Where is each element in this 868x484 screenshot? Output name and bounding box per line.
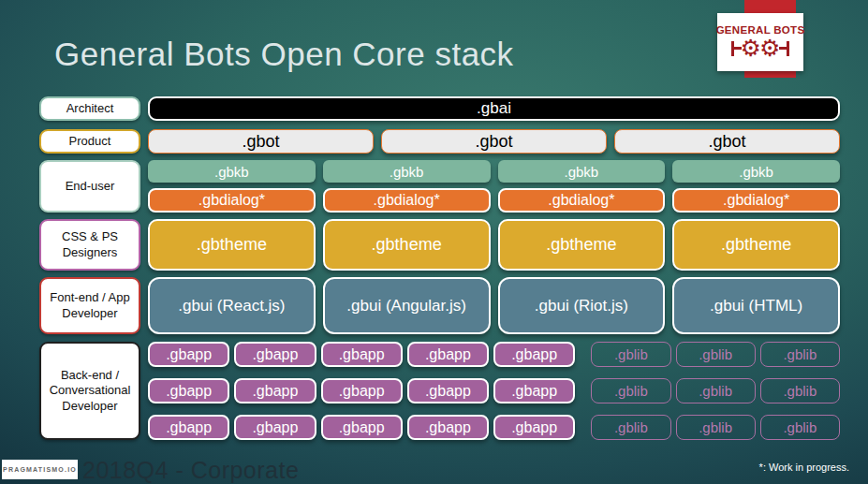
enduser-rows: .gbkb .gbkb .gbkb .gbkb .gbdialog* .gbdi… [148, 160, 840, 213]
gbapp-box: .gbapp [321, 342, 403, 367]
row-gbot: .gbot .gbot .gbot [148, 129, 840, 154]
gbdialog-box: .gbdialog* [148, 188, 316, 213]
gear-icon: ⚙ [741, 37, 761, 60]
gbkb-box: .gbkb [498, 160, 666, 183]
band-backend: Back-end / Conversational Developer .gba… [39, 342, 840, 440]
page-title: General Bots Open Core stack [54, 36, 514, 73]
stack-diagram: Architect .gbai Product .gbot .gbot .gbo… [39, 96, 840, 440]
gbapp-box: .gbapp [407, 342, 489, 367]
pragmatismo-logo: PRAGMATISMO.IO [2, 460, 78, 479]
gear-line-icon [779, 47, 787, 50]
role-architect: Architect [39, 96, 140, 121]
row-gbai: .gbai [148, 96, 840, 121]
gbapp-box: .gbapp [407, 415, 489, 440]
gblib-box: .gblib [591, 378, 670, 403]
row-gbapp-2: .gbapp .gbapp .gbapp .gbapp .gbapp .gbli… [148, 378, 840, 403]
gear-icon: ⚙ [759, 37, 780, 60]
role-product: Product [39, 129, 140, 154]
backend-rows: .gbapp .gbapp .gbapp .gbapp .gbapp .gbli… [148, 342, 840, 440]
gblib-box: .gblib [676, 415, 756, 440]
gblib-box: .gblib [760, 378, 840, 403]
gbot-box: .gbot [614, 129, 840, 154]
gbot-box: .gbot [381, 129, 607, 154]
band-designers: CSS & PS Designers .gbtheme .gbtheme .gb… [39, 219, 840, 271]
gbapp-box: .gbapp [493, 415, 575, 440]
gbui-riot-box: .gbui (Riot.js) [498, 277, 666, 334]
gbui-react-box: .gbui (React.js) [148, 277, 316, 334]
gbui-angular-box: .gbui (Angular.js) [323, 277, 491, 334]
gbkb-box: .gbkb [672, 160, 840, 183]
band-architect: Architect .gbai [39, 96, 840, 121]
gbai-box: .gbai [148, 96, 840, 121]
gbapp-box: .gbapp [321, 415, 403, 440]
gblib-box: .gblib [760, 415, 840, 440]
gbapp-box: .gbapp [234, 342, 316, 367]
gblib-box: .gblib [591, 415, 670, 440]
row-gbkb: .gbkb .gbkb .gbkb .gbkb [148, 160, 840, 183]
gbtheme-box: .gbtheme [498, 219, 666, 271]
gblib-box: .gblib [676, 342, 756, 367]
band-frontend: Font-end / App Developer .gbui (React.js… [39, 277, 840, 334]
slide: General Bots Open Core stack GENERAL BOT… [0, 0, 868, 484]
row-gbapp-3: .gbapp .gbapp .gbapp .gbapp .gbapp .gbli… [148, 415, 840, 440]
gbtheme-box: .gbtheme [323, 219, 491, 271]
role-enduser: End-user [39, 160, 140, 213]
gbapp-box: .gbapp [148, 342, 229, 367]
general-bots-logo: GENERAL BOTS ⚙ ⚙ [717, 13, 803, 71]
gbdialog-box: .gbdialog* [672, 188, 840, 213]
gblib-box: .gblib [591, 342, 670, 367]
gbtheme-box: .gbtheme [148, 219, 316, 271]
gbapp-box: .gbapp [321, 378, 403, 403]
gblib-box: .gblib [760, 342, 840, 367]
gbapp-box: .gbapp [234, 378, 316, 403]
gbapp-box: .gbapp [493, 342, 575, 367]
gbtheme-box: .gbtheme [672, 219, 840, 271]
gbapp-box: .gbapp [234, 415, 316, 440]
gbkb-box: .gbkb [323, 160, 491, 183]
row-gbtheme: .gbtheme .gbtheme .gbtheme .gbtheme [148, 219, 840, 271]
gear-endbar-icon [787, 41, 789, 56]
band-enduser: End-user .gbkb .gbkb .gbkb .gbkb .gbdial… [39, 160, 840, 213]
gblib-box: .gblib [676, 378, 756, 403]
gbdialog-box: .gbdialog* [323, 188, 491, 213]
row-gbapp-1: .gbapp .gbapp .gbapp .gbapp .gbapp .gbli… [148, 342, 840, 367]
band-product: Product .gbot .gbot .gbot [39, 129, 840, 154]
gbapp-box: .gbapp [493, 378, 575, 403]
row-gbui: .gbui (React.js) .gbui (Angular.js) .gbu… [148, 277, 840, 334]
gbapp-box: .gbapp [148, 378, 229, 403]
role-frontend-developer: Font-end / App Developer [39, 277, 140, 334]
row-gbdialog: .gbdialog* .gbdialog* .gbdialog* .gbdial… [148, 188, 840, 213]
gbapp-box: .gbapp [148, 415, 229, 440]
gbkb-box: .gbkb [148, 160, 316, 183]
role-backend-developer: Back-end / Conversational Developer [39, 342, 140, 440]
gbot-box: .gbot [148, 129, 374, 154]
role-css-ps-designers: CSS & PS Designers [39, 219, 140, 271]
gears-icon: ⚙ ⚙ [731, 37, 789, 60]
gbui-html-box: .gbui (HTML) [672, 277, 840, 334]
gbdialog-box: .gbdialog* [498, 188, 666, 213]
gbapp-box: .gbapp [407, 378, 489, 403]
footer-caption: 2018Q4 - Corporate [82, 457, 299, 484]
work-in-progress-note: *: Work in progress. [759, 462, 849, 473]
